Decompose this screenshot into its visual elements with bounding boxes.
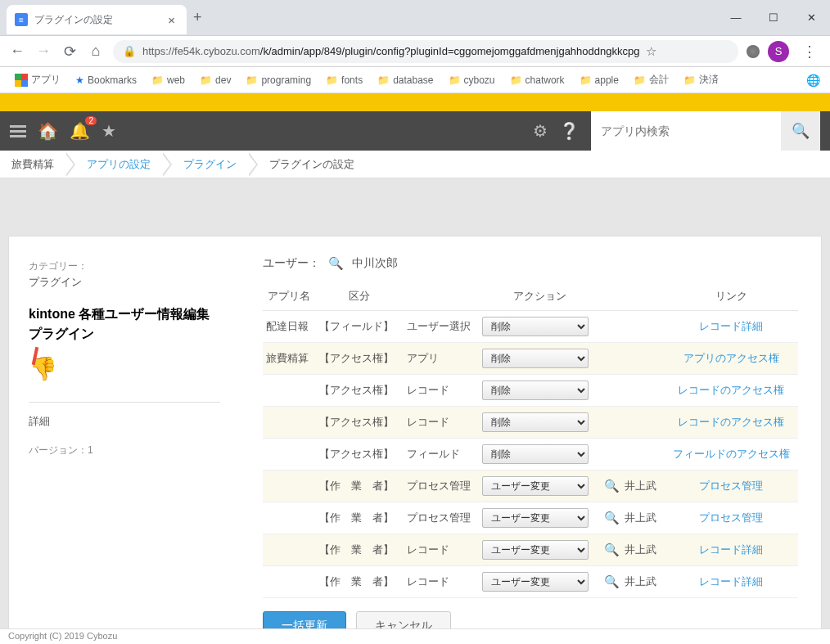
minimize-button[interactable]: — (717, 0, 755, 35)
bookmark-folder[interactable]: 📁programing (241, 73, 316, 88)
favorite-icon[interactable]: ★ (101, 121, 116, 141)
detail-link[interactable]: レコード詳細 (699, 575, 763, 588)
detail-link[interactable]: レコード詳細 (699, 320, 763, 332)
cell-action: ユーザー変更 (479, 471, 601, 502)
extension-icon[interactable] (747, 45, 760, 58)
table-row: 【作 業 者】レコードユーザー変更🔍井上武レコード詳細 (263, 534, 798, 566)
back-button[interactable]: ← (8, 43, 26, 60)
detail-link[interactable]: プロセス管理 (699, 480, 763, 492)
url-field[interactable]: 🔒 https://fe54k.cybozu.com/k/admin/app/8… (113, 40, 738, 63)
search-icon[interactable]: 🔍 (604, 511, 620, 525)
cell-user (601, 343, 665, 375)
detail-link[interactable]: レコードのアクセス権 (678, 416, 784, 428)
search-icon[interactable]: 🔍 (604, 479, 620, 493)
divider (29, 402, 220, 403)
forward-button[interactable]: → (34, 43, 52, 60)
cell-sub: プロセス管理 (404, 502, 480, 534)
detail-link[interactable]: アプリのアクセス権 (683, 352, 779, 364)
notification-badge: 2 (85, 116, 97, 125)
user-text: 井上武 (625, 479, 656, 493)
new-tab-button[interactable]: + (193, 9, 202, 26)
bookmark-folder[interactable]: 📁会計 (629, 71, 674, 88)
bookmark-folder[interactable]: 📁apple (575, 73, 624, 88)
cell-cat: 【作 業 者】 (316, 534, 404, 566)
cell-app (263, 534, 316, 566)
search-icon[interactable]: 🔍 (328, 256, 344, 271)
action-select[interactable]: 削除 (482, 349, 589, 368)
close-window-button[interactable]: ✕ (792, 0, 830, 35)
cell-cat: 【作 業 者】 (316, 566, 404, 598)
cell-action: ユーザー変更 (479, 566, 601, 598)
tab-title: プラグインの設定 (34, 13, 158, 27)
bookmark-folder[interactable]: 📁chatwork (505, 73, 570, 88)
bookmark-folder[interactable]: 📁dev (195, 73, 236, 88)
table-row: 【作 業 者】プロセス管理ユーザー変更🔍井上武プロセス管理 (263, 471, 798, 502)
url-text: https://fe54k.cybozu.com/k/admin/app/849… (142, 45, 639, 57)
cancel-button[interactable]: キャンセル (356, 611, 451, 628)
action-select[interactable]: ユーザー変更 (482, 476, 589, 496)
bookmark-folder[interactable]: 📁cybozu (444, 73, 500, 88)
bookmark-folder[interactable]: 📁database (372, 73, 438, 88)
action-select[interactable]: 削除 (482, 317, 589, 336)
cell-app (263, 502, 316, 534)
bulk-update-button[interactable]: 一括更新 (263, 611, 346, 628)
action-select[interactable]: 削除 (482, 412, 589, 432)
bookmark-folder[interactable]: 📁決済 (679, 71, 724, 88)
brand-bar (0, 93, 830, 111)
user-row: ユーザー： 🔍 中川次郎 (263, 256, 798, 271)
cell-link: レコードのアクセス権 (665, 375, 798, 407)
detail-link[interactable]: プロセス管理 (699, 511, 763, 524)
crumb-app[interactable]: 旅費精算 (0, 151, 67, 178)
browser-menu-icon[interactable]: ⋮ (797, 43, 822, 61)
cell-link: プロセス管理 (665, 471, 798, 502)
th-action: アクション (479, 282, 601, 311)
home-button[interactable]: ⌂ (87, 43, 105, 60)
menu-icon[interactable] (10, 125, 26, 137)
reload-button[interactable]: ⟳ (61, 43, 79, 61)
action-select[interactable]: ユーザー変更 (482, 540, 589, 560)
cell-user (601, 439, 665, 471)
cell-sub: レコード (404, 375, 480, 407)
detail-link[interactable]: フィールドのアクセス権 (673, 448, 790, 460)
crumb-plugins[interactable]: プラグイン (164, 151, 250, 178)
help-icon[interactable]: ❔ (559, 121, 580, 141)
maximize-button[interactable]: ☐ (755, 0, 792, 35)
other-bookmarks-icon[interactable]: 🌐 (806, 74, 820, 87)
window-controls: — ☐ ✕ (717, 0, 830, 35)
gear-icon[interactable]: ⚙ (533, 121, 548, 141)
table-row: 旅費精算【アクセス権】アプリ削除アプリのアクセス権 (263, 343, 798, 375)
home-icon[interactable]: 🏠 (38, 121, 58, 141)
close-tab-icon[interactable]: × (165, 13, 178, 27)
th-cat: 区分 (316, 282, 404, 311)
action-select[interactable]: ユーザー変更 (482, 572, 589, 592)
search-input[interactable] (591, 124, 781, 137)
bookmark-item[interactable]: ★Bookmarks (70, 73, 142, 88)
notification-icon[interactable]: 🔔2 (70, 121, 90, 141)
cell-action: 削除 (479, 407, 601, 439)
browser-tab[interactable]: ≡ プラグインの設定 × (7, 5, 187, 34)
search-icon[interactable]: 🔍 (604, 574, 620, 589)
search-button[interactable]: 🔍 (781, 111, 820, 151)
folder-icon: 📁 (377, 74, 390, 86)
bookmark-folder[interactable]: 📁fonts (321, 73, 368, 88)
profile-avatar[interactable]: S (768, 41, 789, 62)
cell-user (601, 375, 665, 407)
search-icon[interactable]: 🔍 (604, 543, 620, 557)
action-select[interactable]: 削除 (482, 381, 589, 400)
detail-link[interactable]: レコード詳細 (699, 543, 763, 556)
category-name: プラグイン (29, 275, 220, 290)
cell-sub: レコード (404, 407, 480, 439)
bookmark-star-icon[interactable]: ☆ (646, 44, 656, 59)
th-sub (404, 282, 480, 311)
crumb-settings[interactable]: アプリの設定 (67, 151, 164, 178)
detail-link[interactable]: レコードのアクセス権 (678, 384, 784, 396)
app-search: 🔍 (591, 111, 820, 151)
apps-shortcut[interactable]: アプリ (10, 71, 65, 88)
action-select[interactable]: 削除 (482, 444, 589, 464)
folder-icon: 📁 (510, 74, 522, 86)
cell-sub: プロセス管理 (404, 471, 480, 502)
bookmark-folder[interactable]: 📁web (147, 73, 190, 88)
th-user (601, 282, 665, 311)
lock-icon: 🔒 (123, 45, 136, 57)
action-select[interactable]: ユーザー変更 (482, 508, 589, 528)
